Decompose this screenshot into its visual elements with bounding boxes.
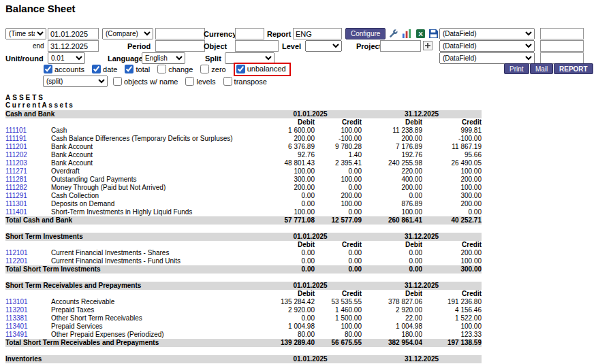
date-checkbox[interactable]	[92, 65, 101, 73]
account-link[interactable]: 111101	[5, 127, 27, 134]
account-link[interactable]: 113401	[5, 322, 28, 330]
datafield-input-2[interactable]	[540, 40, 584, 52]
period2-header: 31.12.2025	[362, 282, 482, 290]
account-row: 113491Other Prepaid Expenses (Periodized…	[5, 331, 482, 339]
account-link[interactable]: 113201	[5, 306, 28, 314]
total-amount: 0.00	[315, 265, 362, 274]
amount-cell: 135 284.42	[259, 298, 315, 306]
checkbox-levels[interactable]: levels	[185, 77, 215, 86]
checkbox-accounts[interactable]: accounts	[44, 65, 84, 73]
checkbox-zero[interactable]: zero	[200, 65, 225, 73]
report-button[interactable]: REPORT	[554, 63, 593, 74]
currency-input[interactable]	[235, 28, 264, 39]
period-input[interactable]	[155, 40, 205, 52]
datafield-select-1[interactable]: (DataField)	[439, 28, 535, 39]
datafield-input-3[interactable]	[540, 52, 584, 64]
checkbox-label: accounts	[54, 65, 84, 73]
amount-cell: 48 801.43	[259, 159, 315, 167]
object-label: Object	[204, 42, 227, 50]
amount-cell: 100.00	[362, 208, 422, 216]
amount-cell: 26 490.05	[422, 159, 482, 167]
objects-w-name-checkbox[interactable]	[113, 77, 122, 86]
datafield-select-2[interactable]: (DataField)	[439, 40, 535, 52]
account-link[interactable]: 113101	[5, 298, 28, 305]
datafield-select-3[interactable]: (DataField)	[439, 52, 535, 64]
change-checkbox[interactable]	[157, 65, 166, 73]
language-select[interactable]: English	[142, 52, 185, 64]
report-sections: Cash and Bank01.01.202531.12.2025DebitCr…	[5, 110, 482, 364]
mail-button[interactable]: Mail	[530, 63, 553, 74]
checkbox-change[interactable]: change	[157, 65, 193, 73]
account-link[interactable]: 111271	[5, 167, 27, 175]
time-start-date-input[interactable]	[48, 28, 99, 39]
compare-input[interactable]	[155, 28, 205, 39]
object-input[interactable]	[235, 40, 279, 52]
wrench-icon[interactable]	[388, 29, 398, 39]
account-link[interactable]: 112101	[5, 249, 28, 257]
account-link[interactable]: 111401	[5, 208, 27, 216]
zero-checkbox[interactable]	[200, 65, 209, 73]
excel-icon[interactable]: X	[415, 29, 426, 39]
level-select[interactable]	[305, 40, 342, 52]
amount-cell: 80.00	[315, 331, 362, 339]
checkbox-unbalanced[interactable]: unbalanced	[234, 63, 291, 76]
print-button[interactable]: Print	[504, 63, 529, 74]
account-link[interactable]: 111282	[5, 184, 27, 191]
amount-cell: 300.00	[259, 176, 315, 184]
project-input[interactable]	[380, 40, 421, 52]
amount-cell: 100.00	[315, 176, 362, 184]
account-row: 111203Bank Account48 801.432 395.41240 2…	[5, 159, 482, 167]
transpose-checkbox[interactable]	[223, 77, 232, 86]
unit-round-select[interactable]: 0.01	[48, 52, 85, 64]
chart-icon[interactable]	[402, 29, 412, 39]
account-row: 111281Outstanding Card Payments300.00100…	[5, 176, 482, 184]
checkbox-date[interactable]: date	[92, 65, 117, 73]
checkbox-total[interactable]: total	[125, 65, 150, 73]
levels-checkbox[interactable]	[185, 77, 194, 86]
compare-select[interactable]: (Compare)	[102, 28, 153, 39]
account-name: Outstanding Card Payments	[51, 176, 259, 184]
split-mode-select[interactable]: (split)	[43, 76, 108, 87]
project-label: Project	[356, 42, 381, 50]
account-row: 111202Bank Account92.761.40192.7695.66	[5, 151, 482, 159]
accounts-checkbox[interactable]	[44, 65, 52, 73]
account-link[interactable]: 111201	[5, 143, 27, 150]
time-start-select[interactable]: (Time start)	[5, 28, 46, 39]
checkbox-transpose[interactable]: transpose	[223, 77, 267, 86]
report-code-input[interactable]	[293, 28, 342, 39]
configure-button[interactable]: Configure	[345, 28, 386, 39]
account-link[interactable]: 112201	[5, 257, 28, 265]
amount-cell: 1 004.98	[362, 322, 422, 331]
account-name: Money Through (Paid but Not Arrived)	[51, 184, 259, 192]
total-amount: 382 954.04	[362, 339, 422, 347]
display-checkbox-row: objects w/ namelevelstranspose	[113, 76, 274, 87]
account-link[interactable]: 113491	[5, 331, 28, 338]
account-link[interactable]: 111202	[5, 151, 27, 159]
period1-header: 01.01.2025	[259, 110, 362, 118]
account-link[interactable]: 111291	[5, 192, 27, 199]
checkbox-label: zero	[211, 65, 225, 73]
amount-cell: 100.00	[422, 167, 482, 176]
account-link[interactable]: 111301	[5, 200, 27, 208]
amount-cell: 378 827.06	[362, 298, 422, 306]
total-checkbox[interactable]	[125, 65, 133, 73]
amount-cell: 1 522.00	[422, 314, 482, 322]
end-date-input[interactable]	[48, 40, 99, 52]
amount-cell: 200.00	[422, 249, 482, 257]
checkbox-objects-w-name[interactable]: objects w/ name	[113, 77, 178, 86]
period2-header: 31.12.2025	[362, 110, 482, 118]
account-name: Other Short Term Receivables	[51, 314, 259, 322]
account-link[interactable]: 111191	[5, 135, 27, 142]
amount-cell: 192.76	[362, 151, 422, 159]
plus-icon[interactable]	[423, 41, 433, 50]
save-icon[interactable]	[428, 29, 439, 39]
account-link[interactable]: 113381	[5, 314, 28, 322]
datafield-input-1[interactable]	[540, 28, 584, 39]
account-name: Short-Term Investments in Highly Liquid …	[51, 208, 259, 216]
unbalanced-checkbox[interactable]	[236, 65, 245, 73]
account-link[interactable]: 111203	[5, 159, 27, 167]
checkbox-label: objects w/ name	[124, 78, 178, 86]
account-link[interactable]: 111281	[5, 176, 27, 183]
amount-cell: 220.00	[362, 167, 422, 176]
col-header: Debit	[362, 241, 422, 249]
